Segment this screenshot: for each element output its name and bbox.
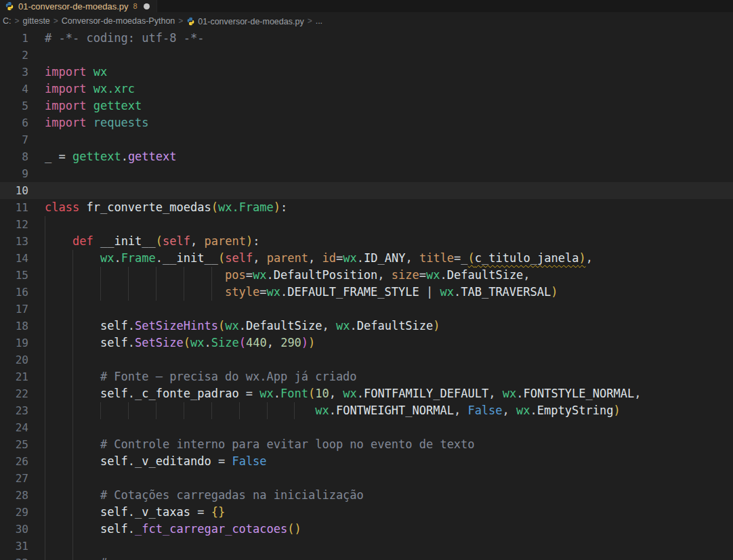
line-number: 13 — [0, 233, 28, 250]
code-line[interactable]: 2 — [0, 47, 733, 64]
code-line[interactable]: 7 — [0, 131, 733, 148]
breadcrumb-item[interactable]: C: — [3, 16, 12, 26]
code-line[interactable]: 21 # Fonte — precisa do wx.App já criado — [0, 368, 733, 385]
indent-guide — [45, 301, 45, 318]
indent-guide — [45, 385, 45, 402]
code-line[interactable]: 16 style=wx.DEFAULT_FRAME_STYLE | wx.TAB… — [0, 284, 733, 301]
code-text: self._c_fonte_padrao = wx.Font(10, wx.FO… — [28, 385, 733, 402]
code-line[interactable]: 32 # — [0, 555, 733, 560]
line-number: 10 — [0, 182, 28, 199]
chevron-right-icon: > — [15, 16, 20, 26]
indent-guide — [72, 385, 73, 402]
line-number: 30 — [0, 521, 28, 538]
modified-dot-icon[interactable] — [144, 3, 150, 9]
indent-guide — [72, 318, 73, 335]
code-line[interactable]: 11class fr_converte_moedas(wx.Frame): — [0, 199, 733, 216]
indent-guide — [72, 555, 73, 560]
code-line[interactable]: 5import gettext — [0, 98, 733, 114]
code-line[interactable]: 1# -*- coding: utf-8 -*- — [0, 30, 733, 47]
code-text: self.SetSize(wx.Size(440, 290)) — [28, 335, 733, 351]
code-line[interactable]: 20 — [0, 351, 733, 368]
indent-guide — [45, 504, 45, 521]
code-line[interactable]: 19 self.SetSize(wx.Size(440, 290)) — [0, 335, 733, 351]
python-icon — [5, 1, 14, 11]
code-line[interactable]: 27 — [0, 470, 733, 487]
code-line[interactable]: 30 self._fct_carregar_cotacoes() — [0, 521, 733, 538]
line-number: 12 — [0, 216, 28, 233]
line-number: 2 — [0, 47, 28, 64]
line-number: 11 — [0, 199, 28, 216]
line-number: 14 — [0, 250, 28, 267]
code-line[interactable]: 26 self._v_editando = False — [0, 453, 733, 470]
line-number: 25 — [0, 436, 28, 453]
code-text — [28, 470, 733, 487]
breadcrumb-item[interactable]: ... — [316, 16, 322, 26]
code-line[interactable]: 9 — [0, 165, 733, 182]
indent-guide — [72, 521, 73, 538]
code-line[interactable]: 29 self._v_taxas = {} — [0, 504, 733, 521]
tab-bar: 01-conversor-de-moedas.py 8 — [0, 0, 733, 12]
code-line[interactable]: 13 def __init__(self, parent): — [0, 233, 733, 250]
indent-guide — [45, 335, 45, 351]
indent-guide — [45, 487, 45, 504]
indent-guide — [100, 284, 101, 301]
code-text — [28, 165, 733, 182]
code-line[interactable]: 24 — [0, 419, 733, 436]
code-line[interactable]: 22 self._c_fonte_padrao = wx.Font(10, wx… — [0, 385, 733, 402]
indent-guide — [45, 267, 45, 284]
indent-guide — [45, 470, 45, 487]
breadcrumb-item[interactable]: gitteste — [23, 16, 50, 26]
code-line[interactable]: 31 — [0, 538, 733, 555]
line-number: 31 — [0, 538, 28, 555]
code-line[interactable]: 18 self.SetSizeHints(wx.DefaultSize, wx.… — [0, 318, 733, 335]
tab-filename: 01-conversor-de-moedas.py — [18, 1, 129, 12]
code-text — [28, 419, 733, 436]
code-line[interactable]: 12 — [0, 216, 733, 233]
line-number: 7 — [0, 131, 28, 148]
code-line[interactable]: 25 # Controle interno para evitar loop n… — [0, 436, 733, 453]
editor[interactable]: 1# -*- coding: utf-8 -*-23import wx4impo… — [0, 30, 733, 560]
code-line[interactable]: 6import requests — [0, 114, 733, 131]
breadcrumb-item[interactable]: Conversor-de-moedas-Python — [62, 16, 175, 26]
code-text: import requests — [28, 114, 733, 131]
indent-guide — [72, 504, 73, 521]
code-text: import wx.xrc — [28, 81, 733, 98]
indent-guide — [45, 555, 45, 560]
indent-guide — [72, 487, 73, 504]
code-line[interactable]: 8_ = gettext.gettext — [0, 148, 733, 165]
code-text: import wx — [28, 64, 733, 81]
indent-guide — [45, 368, 45, 385]
line-number: 20 — [0, 351, 28, 368]
code-text: wx.Frame.__init__(self, parent, id=wx.ID… — [28, 250, 733, 267]
code-line[interactable]: 4import wx.xrc — [0, 81, 733, 98]
breadcrumb: C:>gitteste>Conversor-de-moedas-Python> … — [0, 12, 733, 30]
line-number: 27 — [0, 470, 28, 487]
code-line[interactable]: 15 pos=wx.DefaultPosition, size=wx.Defau… — [0, 267, 733, 284]
indent-guide — [184, 284, 184, 301]
breadcrumb-item[interactable]: 01-conversor-de-moedas.py — [186, 16, 303, 26]
indent-guide — [294, 402, 295, 419]
python-icon — [186, 17, 195, 26]
code-line[interactable]: 17 — [0, 301, 733, 318]
code-line[interactable]: 10 — [0, 182, 733, 199]
code-line[interactable]: 23 wx.FONTWEIGHT_NORMAL, False, wx.Empty… — [0, 402, 733, 419]
code-text: self._v_taxas = {} — [28, 504, 733, 521]
code-line[interactable]: 28 # Cotações carregadas na inicializaçã… — [0, 487, 733, 504]
indent-guide — [45, 284, 45, 301]
code-text: # — [28, 555, 733, 560]
code-line[interactable]: 14 wx.Frame.__init__(self, parent, id=wx… — [0, 250, 733, 267]
line-number: 9 — [0, 165, 28, 182]
line-number: 6 — [0, 114, 28, 131]
indent-guide — [72, 368, 73, 385]
code-text — [28, 216, 733, 233]
line-number: 32 — [0, 555, 28, 560]
line-number: 23 — [0, 402, 28, 419]
code-text — [28, 351, 733, 368]
code-line[interactable]: 3import wx — [0, 64, 733, 81]
line-number: 16 — [0, 284, 28, 301]
tab-conversor-de-moedas[interactable]: 01-conversor-de-moedas.py 8 — [0, 0, 157, 12]
line-number: 1 — [0, 30, 28, 47]
code-text: import gettext — [28, 98, 733, 114]
line-number: 17 — [0, 301, 28, 318]
indent-guide — [128, 267, 129, 284]
